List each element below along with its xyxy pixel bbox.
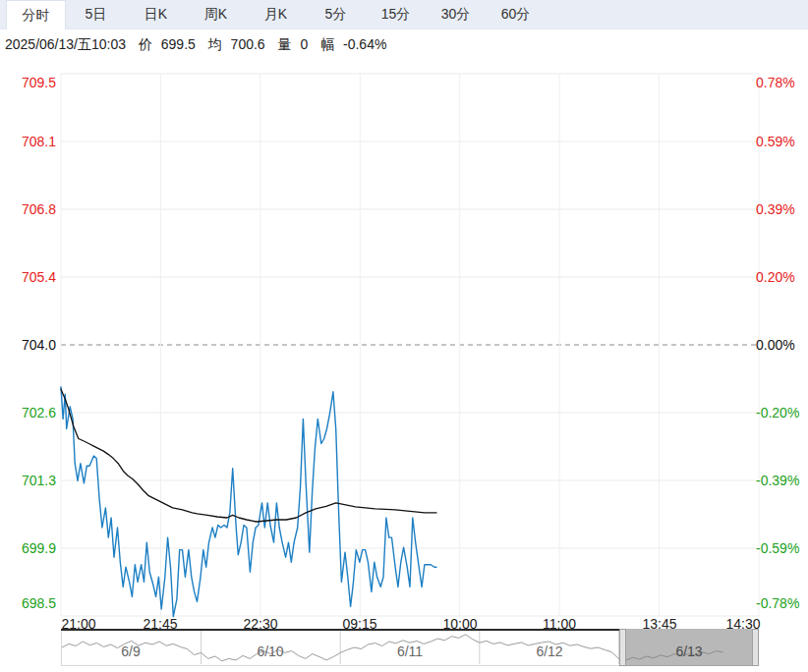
nav-date-label-selected[interactable]: 6/13 (667, 644, 711, 659)
percent-axis-label-zero: 0.00% (756, 337, 808, 353)
nav-date-label[interactable]: 6/12 (528, 644, 571, 659)
price-axis-label: 698.5 (4, 595, 56, 611)
intraday-quote-page: { "tabs": { "active": "分时", "items": ["分… (0, 0, 808, 672)
navigator-handle-right[interactable] (752, 629, 759, 666)
percent-axis-label: -0.39% (756, 473, 808, 488)
intraday-chart[interactable] (0, 0, 808, 672)
price-axis-label: 702.6 (4, 405, 56, 420)
price-axis-label: 699.9 (4, 540, 56, 556)
price-axis-label: 709.5 (4, 75, 56, 90)
price-line (61, 387, 436, 617)
percent-axis-label: 0.39% (756, 201, 808, 217)
nav-date-label[interactable]: 6/9 (109, 644, 152, 659)
navigator-handle-left[interactable] (619, 629, 626, 666)
price-axis-label: 705.4 (4, 269, 56, 285)
percent-axis-label: 0.59% (756, 134, 808, 149)
nav-date-label[interactable]: 6/10 (249, 644, 292, 659)
percent-axis-label: -0.78% (756, 595, 808, 611)
average-line (61, 389, 436, 522)
price-axis-label-prev-close: 704.0 (4, 337, 56, 353)
percent-axis-label: -0.20% (756, 405, 808, 420)
percent-axis-label: 0.78% (756, 75, 808, 90)
price-axis-label: 701.3 (4, 473, 56, 488)
percent-axis-label: 0.20% (756, 269, 808, 285)
price-axis-label: 706.8 (4, 201, 56, 217)
nav-date-label[interactable]: 6/11 (388, 644, 432, 659)
price-axis-label: 708.1 (4, 134, 56, 149)
percent-axis-label: -0.59% (756, 540, 808, 556)
